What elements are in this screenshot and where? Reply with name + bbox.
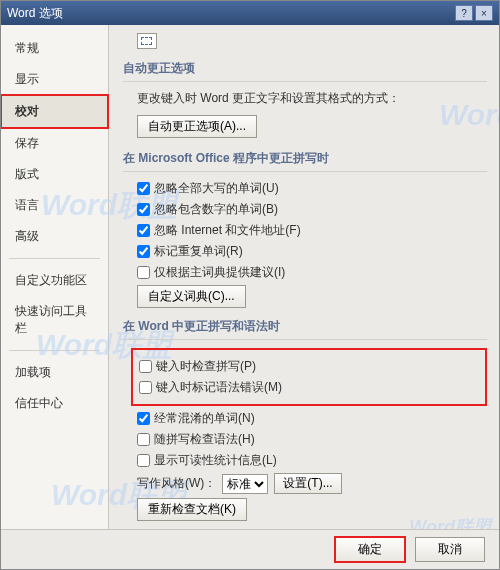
confused-words-label: 经常混淆的单词(N) [154, 410, 255, 427]
sidebar-separator [9, 350, 100, 351]
confused-words-checkbox[interactable] [137, 412, 150, 425]
autocorrect-text: 更改键入时 Word 更正文字和设置其格式的方式： [137, 90, 400, 107]
sidebar-separator [9, 258, 100, 259]
readability-stats-checkbox[interactable] [137, 454, 150, 467]
writing-style-settings-button[interactable]: 设置(T)... [274, 473, 341, 494]
autocorrect-options-button[interactable]: 自动更正选项(A)... [137, 115, 257, 138]
custom-dictionaries-button[interactable]: 自定义词典(C)... [137, 285, 246, 308]
sidebar-item-customize-ribbon[interactable]: 自定义功能区 [1, 265, 108, 296]
flag-repeated-label: 标记重复单词(R) [154, 243, 243, 260]
main-dict-only-checkbox[interactable] [137, 266, 150, 279]
ignore-uppercase-label: 忽略全部大写的单词(U) [154, 180, 279, 197]
sidebar-item-layout[interactable]: 版式 [1, 159, 108, 190]
sidebar-item-advanced[interactable]: 高级 [1, 221, 108, 252]
highlight-box-spellgrammar: 键入时检查拼写(P) 键入时标记语法错误(M) [131, 348, 487, 406]
ignore-numbers-checkbox[interactable] [137, 203, 150, 216]
check-spelling-typing-checkbox[interactable] [139, 360, 152, 373]
section-autocorrect-title: 自动更正选项 [123, 60, 487, 82]
cancel-button[interactable]: 取消 [415, 537, 485, 562]
ignore-uppercase-checkbox[interactable] [137, 182, 150, 195]
main-dict-only-label: 仅根据主词典提供建议(I) [154, 264, 285, 281]
ignore-numbers-label: 忽略包含数字的单词(B) [154, 201, 278, 218]
dialog-footer: 确定 取消 [1, 529, 499, 569]
help-button[interactable]: ? [455, 5, 473, 21]
sidebar-item-addins[interactable]: 加载项 [1, 357, 108, 388]
sidebar-item-save[interactable]: 保存 [1, 128, 108, 159]
recheck-document-button[interactable]: 重新检查文档(K) [137, 498, 247, 521]
ignore-internet-label: 忽略 Internet 和文件地址(F) [154, 222, 301, 239]
ignore-internet-checkbox[interactable] [137, 224, 150, 237]
sidebar-item-language[interactable]: 语言 [1, 190, 108, 221]
sidebar-item-general[interactable]: 常规 [1, 33, 108, 64]
section-office-title: 在 Microsoft Office 程序中更正拼写时 [123, 150, 487, 172]
sidebar: Word联盟 Word联盟 Word联盟 常规 显示 校对 保存 版式 语言 高… [1, 25, 109, 529]
sidebar-item-display[interactable]: 显示 [1, 64, 108, 95]
readability-stats-label: 显示可读性统计信息(L) [154, 452, 277, 469]
sidebar-item-proofing[interactable]: 校对 [1, 95, 108, 128]
flag-repeated-checkbox[interactable] [137, 245, 150, 258]
mark-grammar-typing-label: 键入时标记语法错误(M) [156, 379, 282, 396]
section-wordproof-title: 在 Word 中更正拼写和语法时 [123, 318, 487, 340]
check-spelling-typing-label: 键入时检查拼写(P) [156, 358, 256, 375]
check-grammar-with-spelling-label: 随拼写检查语法(H) [154, 431, 255, 448]
sidebar-item-qat[interactable]: 快速访问工具栏 [1, 296, 108, 344]
writing-style-label: 写作风格(W)： [137, 475, 216, 492]
sidebar-item-trust-center[interactable]: 信任中心 [1, 388, 108, 419]
word-options-window: Word 选项 ? × Word联盟 Word联盟 Word联盟 常规 显示 校… [0, 0, 500, 570]
window-title: Word 选项 [7, 5, 63, 22]
check-grammar-with-spelling-checkbox[interactable] [137, 433, 150, 446]
layout-icon [137, 33, 157, 49]
mark-grammar-typing-checkbox[interactable] [139, 381, 152, 394]
close-button[interactable]: × [475, 5, 493, 21]
titlebar: Word 选项 ? × [1, 1, 499, 25]
writing-style-select[interactable]: 标准 [222, 474, 268, 494]
content-pane: Word联盟 Word联盟 Word联盟 自动更正选项 更改键入时 Word 更… [109, 25, 499, 529]
ok-button[interactable]: 确定 [335, 537, 405, 562]
